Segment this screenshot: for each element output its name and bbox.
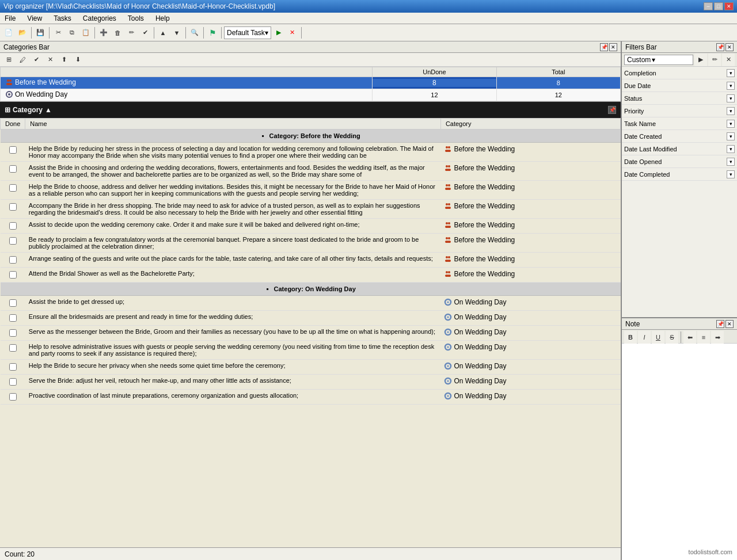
task-checkbox[interactable] — [9, 393, 17, 401]
note-tb-italic[interactable]: I — [638, 331, 651, 344]
tb-filter[interactable]: 🔍 — [188, 26, 201, 39]
task-checkbox[interactable] — [9, 271, 17, 279]
task-category: On Wedding Day — [440, 390, 620, 405]
note-tb-under[interactable]: U — [652, 331, 664, 344]
task-checkbox[interactable] — [9, 222, 17, 230]
note-pin[interactable]: 📌 — [716, 320, 724, 328]
task-name: Help the Bride to choose, address and de… — [25, 181, 441, 200]
custom-filter-dropdown[interactable]: Custom ▾ — [624, 55, 693, 65]
cat-tb-6[interactable]: ⬇ — [71, 54, 84, 66]
task-group-header: ⊞ Category ▲ 📌 — [0, 102, 621, 118]
tb-new[interactable]: 📄 — [2, 26, 15, 39]
tb-open[interactable]: 📂 — [16, 26, 29, 39]
svg-point-47 — [447, 365, 449, 367]
tb-up[interactable]: ▲ — [157, 26, 169, 39]
filter-pin[interactable]: 📌 — [716, 43, 724, 51]
filter-dropdown-arrow[interactable]: ▾ — [727, 132, 735, 140]
filter-dropdown-arrow[interactable]: ▾ — [727, 145, 735, 153]
tb-run[interactable]: ▶ — [272, 26, 285, 39]
table-row: Accompany the Bride in her dress shoppin… — [1, 200, 621, 219]
default-task-dropdown[interactable]: Default Task ▾ — [224, 26, 271, 39]
col-done: Done — [1, 119, 25, 129]
cat-tb-4[interactable]: ✕ — [44, 54, 56, 66]
note-tb-center[interactable]: ≡ — [697, 331, 710, 344]
task-checkbox[interactable] — [9, 256, 17, 264]
cat-tb-5[interactable]: ⬆ — [58, 54, 70, 66]
cat-col-name — [1, 67, 373, 77]
task-category: On Wedding Day — [440, 341, 620, 360]
filter-tb-2[interactable]: ✏ — [708, 54, 721, 66]
filter-dropdown-arrow[interactable]: ▾ — [727, 107, 735, 115]
menu-tools[interactable]: Tools — [126, 14, 146, 23]
filter-dropdown-arrow[interactable]: ▾ — [727, 69, 735, 77]
menu-bar: File View Tasks Categories Tools Help — [0, 13, 737, 24]
tb-down[interactable]: ▼ — [170, 26, 183, 39]
tb-flag[interactable]: ⚑ — [206, 26, 219, 39]
note-controls: 📌 ✕ — [716, 320, 734, 328]
note-tb-bold[interactable]: B — [624, 331, 637, 344]
filter-close[interactable]: ✕ — [725, 43, 734, 51]
cat-tb-3[interactable]: ✔ — [30, 54, 43, 66]
note-panel: Note 📌 ✕ B I U S ⬅ ≡ ➡ ⚌ • 1. → ← — [622, 318, 737, 560]
note-tb-strike[interactable]: S — [666, 331, 678, 344]
task-checkbox[interactable] — [9, 203, 17, 211]
sort-icon: ⊞ — [5, 106, 10, 114]
filter-label: Date Last Modified — [624, 146, 727, 153]
tb-cut[interactable]: ✂ — [52, 26, 64, 39]
tb-save[interactable]: 💾 — [34, 26, 47, 39]
note-content[interactable] — [622, 344, 737, 560]
note-title: Note — [625, 320, 640, 328]
cat-tb-1[interactable]: ⊞ — [2, 54, 15, 66]
menu-help[interactable]: Help — [153, 14, 172, 23]
filter-dropdown-arrow[interactable]: ▾ — [727, 170, 735, 178]
task-table-wrapper[interactable]: Done Name Category ▪ Category: Before th… — [0, 118, 621, 547]
cat-tb-2[interactable]: 🖊 — [16, 54, 29, 66]
menu-file[interactable]: File — [2, 14, 18, 23]
task-category: On Wedding Day — [440, 296, 620, 311]
task-checkbox[interactable] — [9, 363, 17, 371]
filter-dropdown-arrow[interactable]: ▾ — [727, 82, 735, 90]
filter-tb-3[interactable]: ✕ — [722, 54, 735, 66]
task-checkbox[interactable] — [9, 146, 17, 154]
tb-edit[interactable]: ✏ — [125, 26, 138, 39]
filter-dropdown-arrow[interactable]: ▾ — [727, 120, 735, 128]
tb-delete[interactable]: 🗑 — [111, 26, 124, 39]
task-checkbox[interactable] — [9, 299, 17, 307]
menu-categories[interactable]: Categories — [81, 14, 119, 23]
tb-copy[interactable]: ⧉ — [66, 26, 78, 39]
tb-paste[interactable]: 📋 — [79, 26, 92, 39]
tb-stop[interactable]: ✕ — [286, 26, 299, 39]
task-checkbox[interactable] — [9, 184, 17, 192]
filter-dropdown-arrow[interactable]: ▾ — [727, 158, 735, 166]
minimize-button[interactable]: – — [704, 2, 713, 10]
note-close[interactable]: ✕ — [725, 320, 734, 328]
sep4 — [154, 27, 154, 39]
categories-table: UnDone Total Before the Wedding 8 8 On W… — [0, 67, 621, 101]
close-button[interactable]: ✕ — [724, 2, 734, 10]
task-name: Assist the Bride in choosing and orderin… — [25, 162, 441, 181]
note-tb-right[interactable]: ➡ — [711, 331, 724, 344]
bar-close[interactable]: ✕ — [609, 43, 617, 51]
note-toolbar: B I U S ⬅ ≡ ➡ ⚌ • 1. → ← ≫ — [622, 330, 737, 344]
custom-label: Custom — [627, 56, 651, 64]
menu-view[interactable]: View — [25, 14, 44, 23]
tb-add[interactable]: ➕ — [97, 26, 110, 39]
task-checkbox[interactable] — [9, 237, 17, 245]
task-checkbox[interactable] — [9, 344, 17, 352]
task-checkbox[interactable] — [9, 165, 17, 173]
menu-tasks[interactable]: Tasks — [51, 14, 74, 23]
filter-tb-1[interactable]: ▶ — [694, 54, 707, 66]
tb-check[interactable]: ✔ — [139, 26, 151, 39]
task-name: Assist the bride to get dressed up; — [25, 296, 441, 311]
filter-dropdown-arrow[interactable]: ▾ — [727, 94, 735, 102]
task-name: Ensure all the bridesmaids are present a… — [25, 311, 441, 326]
task-checkbox[interactable] — [9, 314, 17, 322]
task-name: Help to resolve administrative issues wi… — [25, 341, 441, 360]
table-row: Help to resolve administrative issues wi… — [1, 341, 621, 360]
note-tb-left[interactable]: ⬅ — [683, 331, 696, 344]
maximize-button[interactable]: □ — [714, 2, 723, 10]
bar-pin[interactable]: 📌 — [600, 43, 608, 51]
task-checkbox[interactable] — [9, 378, 17, 386]
task-checkbox[interactable] — [9, 329, 17, 337]
task-area-pin[interactable]: 📌 — [608, 106, 616, 114]
